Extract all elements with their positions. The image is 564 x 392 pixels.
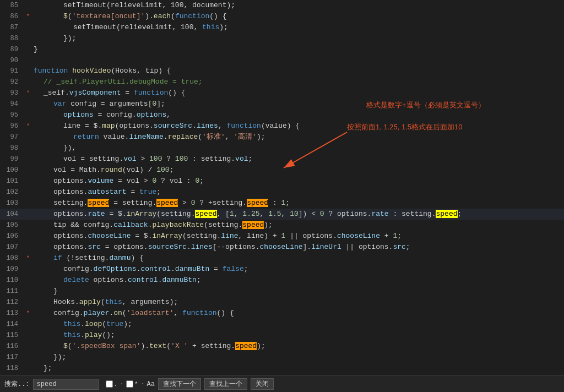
code-line: options.rate = $.inArray(setting.speed, … (31, 209, 564, 220)
line-number: 88 (0, 33, 25, 44)
table-row: 99 vol = setting.vol > 100 ? 100 : setti… (0, 154, 564, 165)
table-row: 90 (0, 55, 564, 66)
code-line: options = config.options, (31, 110, 564, 121)
search-input[interactable] (33, 379, 99, 390)
line-number: 105 (0, 220, 25, 231)
line-number: 93 (0, 88, 25, 99)
search-label: 搜索..: (4, 379, 30, 389)
line-number: 90 (0, 55, 25, 66)
code-line: }); (31, 352, 564, 363)
code-line: options.volume = vol > 0 ? vol : 0; (31, 176, 564, 187)
find-prev-button[interactable]: 查找上一个 (204, 378, 247, 390)
line-marker (25, 297, 31, 308)
table-row: 105 tip && config.callback.playbackRate(… (0, 220, 564, 231)
line-marker (25, 341, 31, 352)
line-number: 98 (0, 143, 25, 154)
code-line: options.chooseLine = $.inArray(setting.l… (31, 231, 564, 242)
table-row: 88 }); (0, 33, 564, 44)
code-line: this.loop(true); (31, 319, 564, 330)
line-marker (25, 165, 31, 176)
line-number: 118 (0, 363, 25, 374)
close-search-button[interactable]: 关闭 (251, 378, 274, 390)
code-line: setTimeout(relieveLimit, 100, this); (31, 22, 564, 33)
line-marker (25, 99, 31, 110)
code-line: tip && config.callback.playbackRate(sett… (31, 220, 564, 231)
code-line: function hookVideo(Hooks, tip) { (31, 66, 564, 77)
line-number: 95 (0, 110, 25, 121)
table-row: 115 this.play(); (0, 330, 564, 341)
search-star-checkbox[interactable] (126, 380, 133, 388)
table-row: 111 } (0, 286, 564, 297)
line-number: 103 (0, 198, 25, 209)
line-number: 92 (0, 77, 25, 88)
line-number: 119 (0, 374, 25, 375)
line-marker (25, 198, 31, 209)
find-next-button[interactable]: 查找下一个 (158, 378, 201, 390)
code-line: return value.lineName.replace('标准', '高清'… (31, 132, 564, 143)
line-marker (25, 231, 31, 242)
code-line: setting.speed = setting.speed > 0 ? +set… (31, 198, 564, 209)
table-row: 91 function hookVideo(Hooks, tip) { (0, 66, 564, 77)
code-line: var config = arguments[0]; (31, 99, 564, 110)
code-line: Hooks.apply(this, arguments); (31, 297, 564, 308)
code-line: this.play(); (31, 330, 564, 341)
line-marker (25, 154, 31, 165)
line-marker (25, 264, 31, 275)
line-number: 114 (0, 319, 25, 330)
line-marker (25, 330, 31, 341)
line-number: 110 (0, 275, 25, 286)
search-star-option[interactable]: * (126, 380, 138, 388)
line-marker (25, 363, 31, 374)
search-star-label: * (134, 381, 138, 388)
table-row: 107 options.src = options.sourceSrc.line… (0, 242, 564, 253)
table-row: 96 * line = $.map(options.sourceSrc.line… (0, 121, 564, 132)
line-number: 104 (0, 209, 25, 220)
table-row: 109 config.defOptions.control.danmuBtn =… (0, 264, 564, 275)
code-line: $(document).on('click', '.definLines b',… (31, 374, 564, 375)
line-number: 113 (0, 308, 25, 319)
line-number: 107 (0, 242, 25, 253)
table-row: 86 * $('textarea[oncut]').each(function(… (0, 11, 564, 22)
table-row: 100 vol = Math.round(vol) / 100; (0, 165, 564, 176)
line-marker: * (25, 374, 31, 375)
table-row: 119 * $(document).on('click', '.definLin… (0, 374, 564, 375)
search-dot-checkbox[interactable] (106, 380, 113, 388)
table-row: 110 delete options.control.danmuBtn; (0, 275, 564, 286)
line-marker (25, 286, 31, 297)
table-row: 114 this.loop(true); (0, 319, 564, 330)
table-row: 98 }), (0, 143, 564, 154)
table-row: 113 * config.player.on('loadstart', func… (0, 308, 564, 319)
table-row: 89 } (0, 44, 564, 55)
line-marker (25, 44, 31, 55)
search-bar: 搜索..: . · * · Aa 查找下一个 查找上一个 关闭 (0, 375, 564, 392)
line-marker (25, 0, 31, 11)
line-marker (25, 132, 31, 143)
code-line: // _self.PlayerUtil.debugMode = true; (31, 77, 564, 88)
line-number: 99 (0, 154, 25, 165)
line-number: 86 (0, 11, 25, 22)
code-line: $('.speedBox span').text('X ' + setting.… (31, 341, 564, 352)
line-number: 85 (0, 0, 25, 11)
line-number: 109 (0, 264, 25, 275)
line-marker: * (25, 308, 31, 319)
code-line: options.autostart = true; (31, 187, 564, 198)
code-editor: 85 setTimeout(relieveLimit, 100, documen… (0, 0, 564, 375)
table-row: 101 options.volume = vol > 0 ? vol : 0; (0, 176, 564, 187)
table-row: 87 setTimeout(relieveLimit, 100, this); (0, 22, 564, 33)
line-marker (25, 66, 31, 77)
line-number: 106 (0, 231, 25, 242)
line-marker (25, 55, 31, 66)
table-row: 102 options.autostart = true; (0, 187, 564, 198)
line-marker (25, 77, 31, 88)
search-options: . · * · Aa (106, 380, 155, 388)
line-number: 96 (0, 121, 25, 132)
line-number: 91 (0, 66, 25, 77)
code-line: vol = setting.vol > 100 ? 100 : setting.… (31, 154, 564, 165)
search-dot-option[interactable]: . (106, 380, 118, 388)
code-line: }), (31, 143, 564, 154)
table-row: 94 var config = arguments[0]; (0, 99, 564, 110)
line-number: 112 (0, 297, 25, 308)
line-number: 111 (0, 286, 25, 297)
table-row: 112 Hooks.apply(this, arguments); (0, 297, 564, 308)
line-number: 100 (0, 165, 25, 176)
